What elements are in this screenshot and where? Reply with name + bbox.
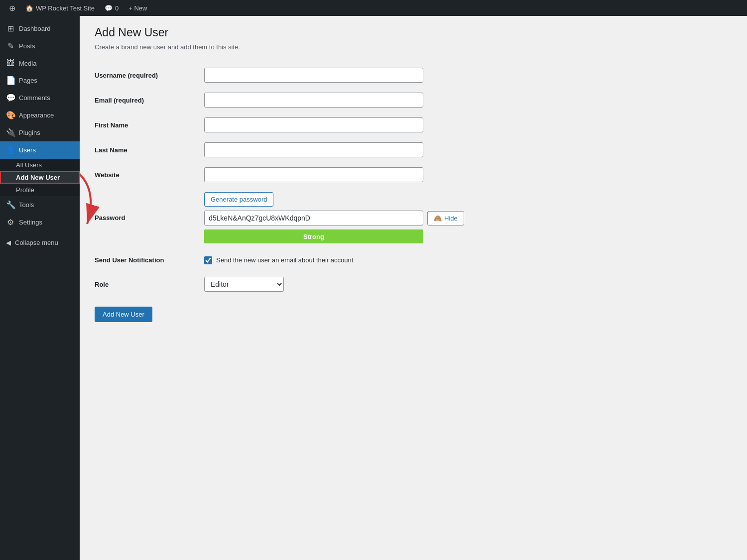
appearance-icon: 🎨 [6, 111, 15, 120]
sidebar-item-media[interactable]: 🖼 Media [0, 55, 80, 72]
page-title: Add New User [95, 26, 732, 39]
collapse-menu-button[interactable]: ◀ Collapse menu [0, 235, 80, 250]
users-icon: 👤 [6, 145, 15, 155]
sidebar-label-comments: Comments [19, 94, 50, 102]
posts-icon: ✎ [6, 41, 15, 51]
sidebar-label-users: Users [19, 146, 36, 154]
sidebar-label-appearance: Appearance [19, 112, 54, 119]
admin-bar: ⊕ 🏠 WP Rocket Test Site 💬 0 + New [0, 0, 747, 16]
website-label: Website [95, 162, 204, 187]
comment-icon: 💬 [105, 4, 113, 12]
submenu-all-users[interactable]: All Users [0, 159, 80, 171]
hide-label: Hide [444, 215, 458, 222]
firstname-row: First Name [95, 112, 732, 137]
wp-icon: ⊕ [9, 3, 15, 13]
add-user-form: Username (required) Email (required) Fir… [95, 63, 732, 297]
generate-password-button[interactable]: Generate password [204, 192, 273, 207]
password-input-row: 🙈 Hide [204, 211, 732, 225]
sidebar-label-pages: Pages [19, 77, 37, 84]
comments-count: 0 [115, 4, 119, 12]
new-button[interactable]: + New [124, 0, 152, 16]
sidebar-item-settings[interactable]: ⚙ Settings [0, 214, 80, 231]
username-label: Username (required) [95, 63, 204, 88]
username-row: Username (required) [95, 63, 732, 88]
settings-icon: ⚙ [6, 218, 15, 227]
sidebar-item-tools[interactable]: 🔧 Tools [0, 196, 80, 214]
comments-icon: 💬 [6, 93, 15, 103]
sidebar-item-dashboard[interactable]: ⊞ Dashboard [0, 20, 80, 37]
site-name-label: WP Rocket Test Site [36, 4, 95, 12]
password-input[interactable] [204, 211, 423, 225]
lastname-input[interactable] [204, 142, 423, 157]
collapse-label: Collapse menu [15, 239, 58, 246]
website-input[interactable] [204, 167, 423, 182]
all-users-label: All Users [16, 161, 42, 169]
new-label: + New [128, 4, 147, 12]
firstname-input[interactable] [204, 117, 423, 132]
home-icon: 🏠 [25, 4, 33, 12]
sidebar-item-users[interactable]: 👤 Users [0, 141, 80, 159]
main-content: Add New User Create a brand new user and… [80, 16, 747, 560]
plugins-icon: 🔌 [6, 128, 15, 137]
site-name-button[interactable]: 🏠 WP Rocket Test Site [20, 0, 100, 16]
lastname-label: Last Name [95, 137, 204, 162]
password-section: Generate password 🙈 Hide Strong [204, 192, 732, 243]
sidebar-item-posts[interactable]: ✎ Posts [0, 37, 80, 55]
password-strength-bar: Strong [204, 229, 423, 243]
strength-label: Strong [303, 233, 324, 240]
sidebar-item-plugins[interactable]: 🔌 Plugins [0, 124, 80, 141]
add-new-user-label: Add New User [16, 174, 60, 181]
wp-logo-button[interactable]: ⊕ [4, 0, 20, 16]
lastname-row: Last Name [95, 137, 732, 162]
password-row: Password Generate password 🙈 Hide [95, 187, 732, 248]
sidebar-label-dashboard: Dashboard [19, 25, 51, 32]
sidebar-item-pages[interactable]: 📄 Pages [0, 72, 80, 89]
submenu-add-new-user[interactable]: Add New User [0, 171, 80, 184]
password-label: Password [95, 187, 204, 248]
notification-row: Send User Notification Send the new user… [95, 248, 732, 272]
role-label: Role [95, 272, 204, 297]
users-submenu: All Users Add New User Profile [0, 159, 80, 196]
website-row: Website [95, 162, 732, 187]
notification-section: Send the new user an email about their a… [204, 256, 732, 264]
tools-icon: 🔧 [6, 200, 15, 210]
notification-checkbox-label: Send the new user an email about their a… [216, 256, 353, 264]
notification-checkbox[interactable] [204, 256, 212, 264]
email-input[interactable] [204, 93, 423, 108]
sidebar-label-tools: Tools [19, 201, 34, 209]
add-new-user-button[interactable]: Add New User [95, 307, 152, 322]
sidebar-label-media: Media [19, 60, 36, 67]
hide-password-button[interactable]: 🙈 Hide [427, 211, 464, 225]
pages-icon: 📄 [6, 76, 15, 85]
firstname-label: First Name [95, 112, 204, 137]
email-label: Email (required) [95, 88, 204, 112]
page-subtitle: Create a brand new user and add them to … [95, 43, 732, 51]
email-row: Email (required) [95, 88, 732, 112]
sidebar-item-appearance[interactable]: 🎨 Appearance [0, 107, 80, 124]
dashboard-icon: ⊞ [6, 24, 15, 33]
eye-slash-icon: 🙈 [434, 215, 442, 222]
role-row: Role Editor Administrator Author Contrib… [95, 272, 732, 297]
collapse-icon: ◀ [6, 239, 11, 246]
notification-label: Send User Notification [95, 248, 204, 272]
sidebar-label-posts: Posts [19, 42, 35, 50]
sidebar-label-plugins: Plugins [19, 129, 40, 136]
sidebar: ⊞ Dashboard ✎ Posts 🖼 Media 📄 Pages 💬 Co… [0, 16, 80, 560]
media-icon: 🖼 [6, 59, 15, 68]
sidebar-item-comments[interactable]: 💬 Comments [0, 89, 80, 107]
submenu-profile[interactable]: Profile [0, 184, 80, 196]
profile-label: Profile [16, 186, 34, 194]
comments-button[interactable]: 💬 0 [100, 0, 124, 16]
role-select[interactable]: Editor Administrator Author Contributor … [204, 277, 284, 292]
sidebar-label-settings: Settings [19, 219, 42, 226]
username-input[interactable] [204, 68, 423, 83]
